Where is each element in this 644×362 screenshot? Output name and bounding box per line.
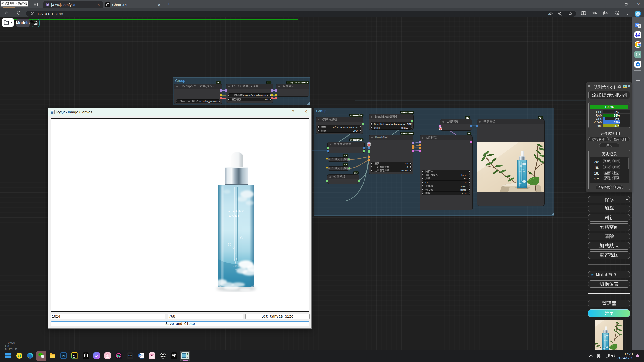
svg-text:PC: PC	[73, 354, 76, 357]
svg-text:AMPLE: AMPLE	[229, 214, 244, 218]
svg-text:G: G	[636, 24, 638, 27]
svg-text:HU: HU	[117, 355, 120, 357]
svg-text:Ps: Ps	[62, 354, 66, 358]
svg-text:CLOUDS: CLOUDS	[227, 209, 245, 213]
svg-text:du: du	[637, 35, 639, 37]
svg-text:W: W	[139, 355, 141, 357]
svg-text:W&H: W&H	[129, 355, 132, 357]
